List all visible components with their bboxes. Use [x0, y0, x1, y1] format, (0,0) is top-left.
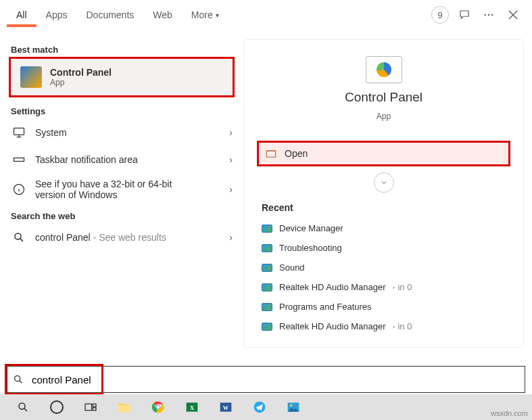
cpl-icon: [262, 323, 272, 331]
recent-item[interactable]: Programs and Features: [258, 297, 510, 317]
rewards-badge[interactable]: 9: [428, 3, 452, 27]
svg-text:W: W: [223, 405, 229, 411]
expand-button[interactable]: [374, 172, 394, 193]
monitor-icon: [11, 124, 27, 141]
close-icon[interactable]: [501, 3, 525, 27]
svg-rect-12: [93, 408, 96, 411]
tab-more[interactable]: More: [182, 3, 228, 27]
taskbar-taskview-button[interactable]: [80, 396, 101, 418]
taskbar-icon: [11, 151, 27, 168]
chevron-right-icon: ›: [229, 184, 233, 195]
svg-point-22: [290, 404, 292, 406]
svg-point-9: [19, 403, 25, 409]
app-preview-card: Control Panel App Open Recent Device Man…: [243, 39, 524, 348]
recent-item[interactable]: Troubleshooting: [258, 238, 510, 258]
result-web-search[interactable]: control Panel - See web results ›: [0, 224, 243, 251]
taskbar-explorer-button[interactable]: [114, 396, 135, 418]
search-input[interactable]: [29, 374, 525, 386]
cpl-icon: [262, 303, 272, 311]
taskbar-word-button[interactable]: W: [215, 396, 237, 418]
taskbar-excel-button[interactable]: X: [181, 396, 203, 418]
svg-point-1: [488, 14, 489, 16]
tab-web[interactable]: Web: [143, 3, 182, 27]
result-label: Taskbar notification area: [35, 154, 138, 165]
control-panel-icon: [20, 66, 42, 88]
app-subtitle: App: [377, 112, 391, 121]
section-settings: Settings: [0, 101, 243, 119]
result-control-panel[interactable]: Control Panel App: [9, 57, 234, 97]
svg-rect-4: [14, 158, 24, 162]
section-best-match: Best match: [0, 39, 243, 57]
cpl-icon: [262, 244, 272, 252]
info-icon: [11, 181, 27, 197]
result-system[interactable]: System ›: [0, 119, 243, 146]
web-query-label: control Panel: [35, 232, 91, 243]
recent-item[interactable]: Realtek HD Audio Manager - in 0: [258, 317, 510, 336]
taskbar-chrome-button[interactable]: [147, 396, 169, 418]
cpl-icon: [262, 225, 272, 233]
control-panel-icon: [366, 56, 402, 83]
svg-rect-3: [14, 128, 24, 135]
svg-point-15: [157, 406, 160, 409]
recent-item[interactable]: Realtek HD Audio Manager - in 0: [258, 277, 510, 297]
section-search-web: Search the web: [0, 206, 243, 224]
cpl-icon: [262, 283, 272, 291]
watermark: wsxdn.com: [491, 409, 528, 417]
top-tabs-bar: All Apps Documents Web More 9: [0, 0, 532, 32]
tab-documents[interactable]: Documents: [76, 3, 143, 27]
section-recent: Recent: [258, 193, 510, 218]
chevron-right-icon: ›: [229, 127, 233, 138]
taskbar: X W: [0, 394, 532, 420]
app-title: Control Panel: [345, 90, 422, 105]
svg-point-6: [15, 233, 21, 239]
chevron-right-icon: ›: [229, 154, 233, 165]
svg-point-0: [485, 14, 486, 16]
search-icon: [11, 229, 27, 246]
result-taskbar-area[interactable]: Taskbar notification area ›: [0, 146, 243, 173]
result-label: See if you have a 32-bit or 64-bit versi…: [35, 179, 204, 200]
taskbar-telegram-button[interactable]: [249, 396, 270, 418]
recent-item[interactable]: Sound: [258, 258, 510, 277]
tab-all[interactable]: All: [7, 3, 37, 27]
result-subtitle: App: [50, 78, 112, 87]
taskbar-search-button[interactable]: [12, 396, 34, 418]
cpl-icon: [262, 264, 272, 272]
open-button[interactable]: Open: [258, 141, 510, 166]
svg-text:X: X: [190, 404, 195, 411]
svg-rect-10: [85, 404, 92, 411]
open-label: Open: [285, 148, 308, 159]
svg-point-2: [491, 14, 493, 16]
svg-rect-7: [266, 151, 275, 157]
web-query-suffix: - See web results: [91, 232, 166, 243]
result-bitness[interactable]: See if you have a 32-bit or 64-bit versi…: [0, 173, 243, 206]
result-label: System: [35, 127, 67, 138]
svg-rect-11: [93, 404, 96, 406]
search-icon: [7, 374, 29, 385]
open-icon: [266, 149, 276, 158]
recent-item[interactable]: Device Manager: [258, 218, 510, 238]
preview-column: Control Panel App Open Recent Device Man…: [243, 32, 532, 364]
tab-apps[interactable]: Apps: [37, 3, 77, 27]
result-title: Control Panel: [50, 67, 112, 78]
feedback-icon[interactable]: [452, 3, 477, 27]
svg-point-8: [15, 376, 20, 381]
results-column: Best match Control Panel App Settings Sy…: [0, 32, 243, 364]
search-bar[interactable]: [7, 366, 525, 393]
taskbar-cortana-button[interactable]: [46, 396, 68, 418]
more-icon[interactable]: [477, 3, 501, 27]
chevron-right-icon: ›: [229, 232, 233, 243]
taskbar-photos-button[interactable]: [283, 396, 304, 418]
